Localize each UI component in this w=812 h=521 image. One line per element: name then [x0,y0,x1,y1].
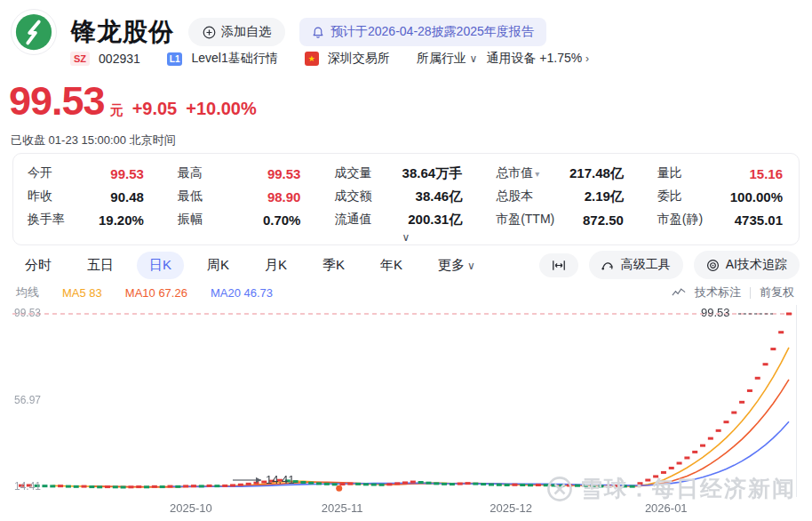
header-sub-row: SZ 002931 L1 Level1基础行情 ★ 深圳交易所 所属行业 ∨ 通… [70,51,589,67]
header: 锋龙股份 添加自选 预计于2026-04-28披露2025年度报告 [11,9,546,55]
stat-label: 最低 [178,188,203,204]
stat-value: 2.19亿 [585,188,624,205]
chevron-down-icon: ∨ [470,52,478,65]
divider [750,287,751,299]
stat-cell: 总市值▾217.48亿 [496,162,624,185]
caret-down-icon[interactable]: ▾ [535,169,539,179]
tab-月K[interactable]: 月K [252,252,299,279]
earnings-notice-text: 预计于2026-04-28披露2025年度报告 [330,24,534,40]
ai-tracking-label: AI技术追踪 [726,257,787,273]
stat-label: 量比 [657,165,682,181]
stat-value: 15.16 [749,166,783,181]
stat-cell: 委比100.00% [657,185,783,208]
curve-tool-icon [601,259,615,271]
annotation-toggle[interactable]: 技术标注 [695,285,741,301]
stat-cell: 流通值200.31亿 [334,208,462,231]
stock-code: 002931 [99,52,140,66]
quote-block: 99.53 元 +9.05 +10.00% [9,78,257,124]
stat-label: 今开 [28,165,52,181]
chevron-right-icon: › [585,52,589,65]
ai-tracking-button[interactable]: AI技术追踪 [694,251,800,279]
last-price-label: 99.53 [701,306,730,319]
price-change: +9.05 [132,99,178,119]
stat-value: 38.46亿 [416,188,463,205]
tab-分时[interactable]: 分时 [12,252,64,279]
earnings-notice-banner[interactable]: 预计于2026-04-28披露2025年度报告 [299,18,546,46]
target-icon [706,259,720,272]
x-axis-tick: 2025-10 [170,501,212,515]
add-watchlist-button[interactable]: 添加自选 [188,18,285,46]
y-axis-tick: 14.41 [14,480,41,493]
stat-label: 总市值▾ [496,165,539,181]
advanced-tools-button[interactable]: 高级工具 [589,251,683,279]
stat-cell: 市盈(TTM)872.50 [496,208,624,231]
china-flag-icon: ★ [305,52,319,66]
stats-panel: 今开99.53最高99.53成交量38.64万手总市值▾217.48亿量比15.… [12,153,800,245]
stat-value: 98.90 [267,189,301,204]
price-change-pct: +10.00% [186,99,257,119]
watermark-text: 雪球：每日经济新闻 [580,474,796,503]
stat-value: 200.31亿 [408,212,462,228]
industry-link[interactable]: 通用设备 +1.75% › [486,51,589,67]
stat-label: 振幅 [178,212,203,228]
stat-value: 90.48 [110,189,144,204]
period-tabs: 分时五日日K周K月K季K年K更多∨ [12,252,488,279]
tab-日K[interactable]: 日K [137,252,184,279]
chart-right-axis-line [796,305,797,497]
ma-legend-bar: 均线 MA5 83MA10 67.26MA20 46.73 技术标注 前复权 [16,285,794,301]
tab-年K[interactable]: 年K [368,252,415,279]
stat-cell: 昨收90.48 [28,185,144,208]
stat-label: 委比 [657,188,682,204]
stat-label: 流通值 [334,212,371,228]
stat-label: 最高 [178,165,203,181]
adjust-mode-selector[interactable]: 前复权 [760,285,794,301]
stat-label: 成交额 [334,188,371,204]
add-watchlist-label: 添加自选 [221,24,271,40]
ma-legend-item: MA5 83 [62,286,102,300]
chart-toolbar: 分时五日日K周K月K季K年K更多∨ 高级工具 [12,250,800,280]
stat-label: 总股本 [496,188,533,204]
tab-季K[interactable]: 季K [310,252,357,279]
stat-value: 4735.01 [735,212,783,228]
stat-cell: 今开99.53 [28,162,144,185]
tab-周K[interactable]: 周K [195,252,242,279]
x-axis-tick: 2025-12 [490,501,532,515]
plus-circle-icon [203,26,216,39]
stats-collapse-button[interactable]: ∨ [402,232,410,243]
stat-label: 市盈(TTM) [496,212,554,228]
stat-cell: 市盈(静)4735.01 [657,208,783,231]
exchange-badge: SZ [70,52,90,66]
price-unit: 元 [110,102,123,119]
low-price-annotation: 14.41 [266,473,295,486]
watermark: 雪球：每日经济新闻 [546,474,796,503]
x-axis-tick: 2025-11 [322,501,363,515]
stat-cell: 振幅0.70% [178,208,301,231]
xueqiu-logo-icon [546,476,573,502]
range-arrows-icon [552,260,566,271]
current-price: 99.53 [9,78,105,124]
tab-更多[interactable]: 更多∨ [426,252,488,279]
stat-label: 换手率 [28,212,65,228]
tab-五日[interactable]: 五日 [75,252,126,279]
company-logo [11,9,57,55]
stat-label: 昨收 [28,188,52,204]
stat-value: 100.00% [730,189,783,204]
stat-value: 0.70% [263,212,301,228]
stats-grid: 今开99.53最高99.53成交量38.64万手总市值▾217.48亿量比15.… [28,162,783,231]
chart-width-button[interactable] [539,253,578,277]
annotation-icon [672,288,686,298]
stat-cell: 量比15.16 [657,162,783,185]
kline-chart: 99.5356.9714.412025-102025-112025-122026… [0,305,812,521]
stat-cell: 最高99.53 [178,162,301,185]
ma-legend-item: MA10 67.26 [125,286,187,300]
industry-dropdown[interactable]: 所属行业 ∨ [417,51,478,67]
stat-label: 市盈(静) [657,212,703,228]
stat-cell: 最低98.90 [178,185,301,208]
stat-value: 99.53 [110,166,144,181]
chevron-down-icon: ∨ [467,260,475,272]
ma-legend-item: MA20 46.73 [211,286,273,300]
exchange-name: 深圳交易所 [328,51,390,67]
level-text[interactable]: Level1基础行情 [191,51,277,67]
tool-group: 高级工具 AI技术追踪 [539,251,800,279]
chart-settings: 技术标注 前复权 [672,285,794,301]
